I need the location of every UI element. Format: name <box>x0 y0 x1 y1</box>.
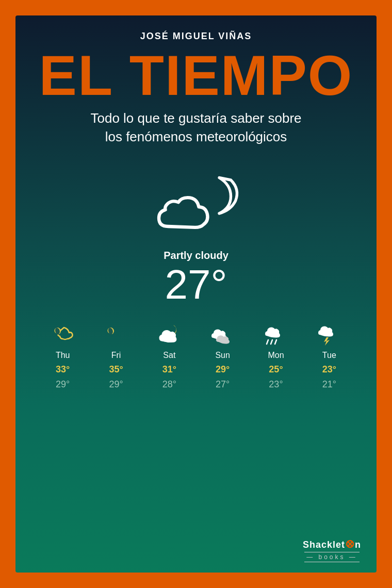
forecast-container: Thu 33° 29° Fri 35° 29° <box>36 321 356 390</box>
sun-low: 27° <box>216 379 230 390</box>
tue-low: 21° <box>322 379 336 390</box>
fri-low: 29° <box>109 379 123 390</box>
sat-label: Sat <box>163 351 175 360</box>
outer-border: JOSÉ MIGUEL VIÑAS EL TIEMPO Todo lo que … <box>10 10 382 578</box>
thu-icon <box>53 321 73 347</box>
sat-icon <box>158 321 181 347</box>
sat-low: 28° <box>162 379 176 390</box>
thu-label: Thu <box>56 351 70 360</box>
forecast-day-sat: Sat 31° 28° <box>143 321 196 390</box>
tue-high: 23° <box>322 364 336 375</box>
publisher-name: Shacklet⊗n <box>303 537 361 551</box>
forecast-day-thu: Thu 33° 29° <box>36 321 89 390</box>
book-title: EL TIEMPO <box>39 47 353 104</box>
svg-marker-3 <box>324 337 330 346</box>
publisher-sub: — books — <box>304 552 360 562</box>
weather-description: Partly cloudy <box>164 250 228 262</box>
fri-icon <box>106 321 126 347</box>
thu-low: 29° <box>56 379 70 390</box>
publisher-info: Shacklet⊗n — books — <box>303 537 361 562</box>
svg-line-0 <box>267 340 268 344</box>
weather-icon-main <box>144 162 248 244</box>
forecast-day-sun: Sun 29° 27° <box>196 321 249 390</box>
mon-icon <box>264 321 288 347</box>
sun-icon <box>210 321 235 347</box>
mon-high: 25° <box>269 364 283 375</box>
forecast-day-mon: Mon 25° 23° <box>249 321 302 390</box>
tue-label: Tue <box>322 351 336 360</box>
svg-line-1 <box>271 340 272 344</box>
book-cover: JOSÉ MIGUEL VIÑAS EL TIEMPO Todo lo que … <box>15 15 377 573</box>
forecast-day-fri: Fri 35° 29° <box>89 321 142 390</box>
fri-label: Fri <box>111 351 121 360</box>
sun-label: Sun <box>215 351 230 360</box>
mon-low: 23° <box>269 379 283 390</box>
book-subtitle: Todo lo que te gustaría saber sobrelos f… <box>90 109 301 146</box>
forecast-day-tue: Tue 23° 21° <box>303 321 356 390</box>
thu-high: 33° <box>56 364 70 375</box>
current-temperature: 27° <box>165 264 227 305</box>
sat-high: 31° <box>162 364 176 375</box>
fri-high: 35° <box>109 364 123 375</box>
tue-icon <box>317 321 341 347</box>
sun-high: 29° <box>216 364 230 375</box>
svg-line-2 <box>275 340 276 344</box>
mon-label: Mon <box>268 351 284 360</box>
author-name: JOSÉ MIGUEL VIÑAS <box>140 31 252 42</box>
